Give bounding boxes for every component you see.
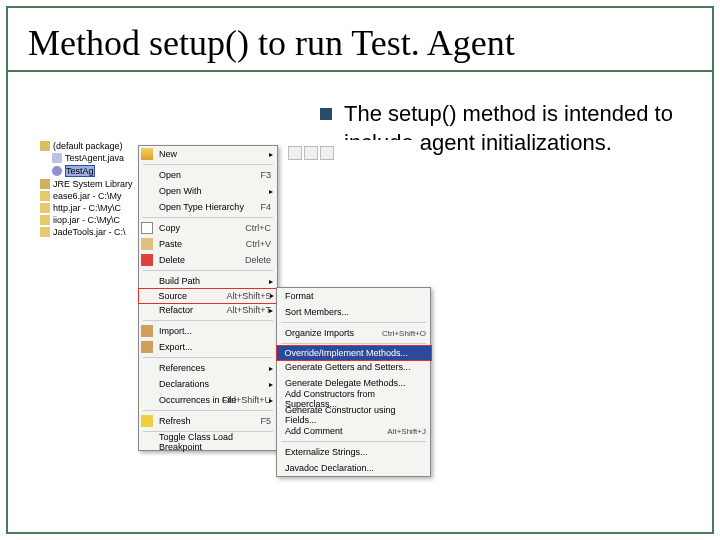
menu-getters-setters[interactable]: Generate Getters and Setters... [277,359,430,375]
menu-label: Paste [159,239,182,249]
export-icon [141,341,153,353]
shortcut: Delete [245,255,271,265]
menu-label: Generate Getters and Setters... [285,362,411,372]
jar-icon [40,191,50,201]
tree-jar[interactable]: iiop.jar - C:\My\C [28,214,138,226]
menu-organize-imports[interactable]: Organize ImportsCtrl+Shift+O [277,325,430,341]
menu-occurrences[interactable]: Occurrences in FileCtrl+Shift+U▸ [139,392,277,408]
menu-separator [143,217,273,218]
menu-refactor[interactable]: RefactorAlt+Shift+T▸ [139,302,277,318]
menu-separator [143,357,273,358]
submenu-arrow-icon: ▸ [269,187,273,196]
menu-paste[interactable]: PasteCtrl+V [139,236,277,252]
menu-label: Generate Delegate Methods... [285,378,406,388]
toolbar-icon[interactable] [304,146,318,160]
shortcut: F5 [260,416,271,426]
tree-jre-lib[interactable]: JRE System Library [28,178,138,190]
menu-format[interactable]: Format [277,288,430,304]
toolbar-icons [288,146,334,160]
menu-separator [143,164,273,165]
menu-separator [281,441,426,442]
tree-java-file[interactable]: TestAgent.java [28,152,138,164]
menu-label: Import... [159,326,192,336]
menu-label: Delete [159,255,185,265]
menu-copy[interactable]: CopyCtrl+C [139,220,277,236]
package-explorer: (default package) TestAgent.java TestAg … [28,140,138,238]
menu-label: Organize Imports [285,328,354,338]
menu-label: Toggle Class Load Breakpoint [159,432,273,452]
shortcut: Alt+Shift+J [387,427,426,436]
shortcut: Alt+Shift+S [226,291,271,301]
tree-label: JadeTools.jar - C:\ [53,227,126,237]
tree-label: iiop.jar - C:\My\C [53,215,120,225]
tree-label: TestAg [65,165,95,177]
menu-open-with[interactable]: Open With▸ [139,183,277,199]
menu-label: Open Type Hierarchy [159,202,244,212]
menu-sort-members[interactable]: Sort Members... [277,304,430,320]
menu-label: Javadoc Declaration... [285,463,374,473]
class-icon [52,166,62,176]
toolbar-icon[interactable] [320,146,334,160]
menu-constructor-fields[interactable]: Generate Constructor using Fields... [277,407,430,423]
submenu-arrow-icon: ▸ [269,364,273,373]
library-icon [40,179,50,189]
paste-icon [141,238,153,250]
submenu-arrow-icon: ▸ [270,291,274,300]
submenu-arrow-icon: ▸ [269,150,273,159]
menu-import[interactable]: Import... [139,323,277,339]
import-icon [141,325,153,337]
menu-label: Externalize Strings... [285,447,368,457]
submenu-arrow-icon: ▸ [269,277,273,286]
shortcut: Ctrl+Shift+U [222,395,271,405]
ide-screenshot: (default package) TestAgent.java TestAg … [28,140,418,490]
tree-jar[interactable]: http.jar - C:\My\C [28,202,138,214]
tree-jar[interactable]: ease6.jar - C:\My [28,190,138,202]
jar-icon [40,203,50,213]
menu-label: Format [285,291,314,301]
menu-open[interactable]: OpenF3 [139,167,277,183]
menu-add-comment[interactable]: Add CommentAlt+Shift+J [277,423,430,439]
menu-label: Declarations [159,379,209,389]
delete-icon [141,254,153,266]
menu-new[interactable]: New▸ [139,146,277,162]
menu-label: Open [159,170,181,180]
slide-title: Method setup() to run Test. Agent [28,22,515,64]
shortcut: Alt+Shift+T [226,305,271,315]
menu-delete[interactable]: DeleteDelete [139,252,277,268]
menu-declarations[interactable]: Declarations▸ [139,376,277,392]
source-submenu: Format Sort Members... Organize ImportsC… [276,287,431,477]
bullet-icon [320,108,332,120]
context-menu: New▸ OpenF3 Open With▸ Open Type Hierarc… [138,145,278,451]
menu-separator [143,320,273,321]
menu-separator [143,410,273,411]
submenu-arrow-icon: ▸ [269,380,273,389]
tree-label: http.jar - C:\My\C [53,203,121,213]
shortcut: Ctrl+Shift+O [382,329,426,338]
shortcut: F4 [260,202,271,212]
shortcut: Ctrl+V [246,239,271,249]
jar-icon [40,215,50,225]
menu-externalize-strings[interactable]: Externalize Strings... [277,444,430,460]
tree-class[interactable]: TestAg [28,164,138,178]
menu-label: New [159,149,177,159]
menu-label: Override/Implement Methods... [285,348,409,358]
menu-references[interactable]: References▸ [139,360,277,376]
toolbar-icon[interactable] [288,146,302,160]
package-icon [40,141,50,151]
shortcut: F3 [260,170,271,180]
menu-label: Refactor [159,305,193,315]
menu-export[interactable]: Export... [139,339,277,355]
menu-label: Open With [159,186,202,196]
tree-jar[interactable]: JadeTools.jar - C:\ [28,226,138,238]
shortcut: Ctrl+C [245,223,271,233]
tree-label: (default package) [53,141,123,151]
menu-javadoc[interactable]: Javadoc Declaration... [277,460,430,476]
tree-package[interactable]: (default package) [28,140,138,152]
submenu-arrow-icon: ▸ [269,306,273,315]
menu-refresh[interactable]: RefreshF5 [139,413,277,429]
title-underline [8,70,712,72]
menu-toggle-breakpoint[interactable]: Toggle Class Load Breakpoint [139,434,277,450]
menu-label: Export... [159,342,193,352]
submenu-arrow-icon: ▸ [269,396,273,405]
menu-open-hierarchy[interactable]: Open Type HierarchyF4 [139,199,277,215]
